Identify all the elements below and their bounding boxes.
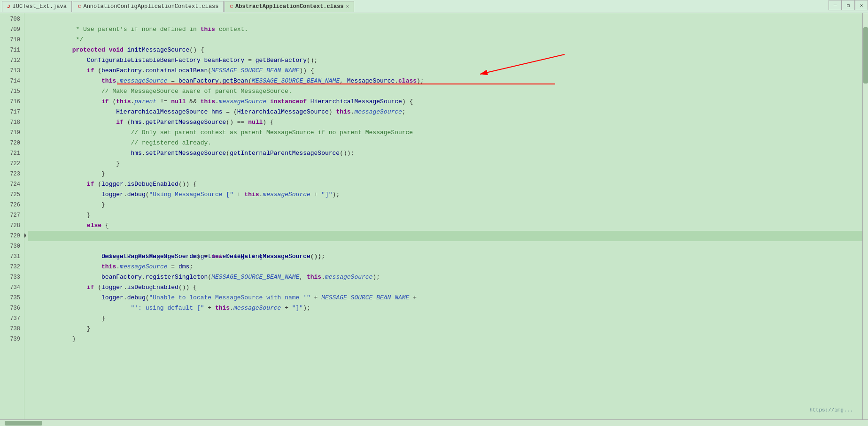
code-line-720: hms.setParentMessageSource(getInternalPa… (28, 138, 862, 148)
code-line-728: // Use empty MessageSource to be able to… (28, 221, 862, 231)
code-line-729: DelegatingMessageSource dms = new Delega… (28, 231, 862, 241)
line-num-731: 731 (0, 251, 20, 262)
code-line-714: // Make MessageSource aware of parent Me… (28, 76, 862, 86)
line-num-730: 730 (0, 241, 20, 251)
line-num-718: 718 (0, 117, 20, 128)
line-num-724: 724 (0, 179, 20, 190)
code-line-737: } (28, 313, 862, 324)
code-line-731: this.messageSource = dms; (28, 251, 862, 262)
code-line-727: else { (28, 210, 862, 221)
line-num-709: 709 (0, 24, 20, 35)
scrollbar-thumb-vertical[interactable] (863, 27, 868, 84)
line-num-716: 716 (0, 97, 20, 107)
code-line-733: if (logger.isDebugEnabled()) { (28, 272, 862, 282)
vertical-scrollbar[interactable] (862, 13, 868, 419)
code-line-724: logger.debug("Using MessageSource [" + t… (28, 179, 862, 190)
line-num-729: 729 (0, 231, 20, 241)
line-num-728: 728 (0, 221, 20, 231)
java-file-icon: J (7, 4, 10, 9)
line-num-713: 713 (0, 66, 20, 76)
code-line-739 (28, 334, 862, 344)
code-line-736: } (28, 303, 862, 313)
line-num-726: 726 (0, 200, 20, 210)
code-line-725: } (28, 190, 862, 200)
class-file-icon-1: C (78, 4, 81, 9)
code-line-719: // registered already. (28, 128, 862, 138)
editor-container: J IOCTest_Ext.java C AnnotationConfigApp… (0, 0, 868, 426)
code-line-708: * Use parent's if none defined in this c… (28, 14, 862, 24)
code-line-722: } (28, 159, 862, 169)
code-line-717: if (hms.getParentMessageSource() == null… (28, 107, 862, 117)
code-line-735: "': using default [" + this.messageSourc… (28, 293, 862, 303)
line-num-723: 723 (0, 169, 20, 179)
code-line-713: this.messageSource = beanFactory.getBean… (28, 66, 862, 76)
line-num-737: 737 (0, 313, 20, 324)
code-line-712: if (beanFactory.containsLocalBean(MESSAG… (28, 55, 862, 66)
line-num-719: 719 (0, 128, 20, 138)
code-line-709: */ (28, 24, 862, 35)
line-num-733: 733 (0, 272, 20, 282)
code-line-711: ConfigurableListableBeanFactory beanFact… (28, 45, 862, 55)
tab-bar: J IOCTest_Ext.java C AnnotationConfigApp… (0, 0, 868, 13)
code-line-738: } (28, 324, 862, 334)
code-line-718: // Only set parent context as parent Mes… (28, 117, 862, 128)
code-area[interactable]: * Use parent's if none defined in this c… (24, 13, 862, 419)
tab-close-button[interactable]: ✕ (346, 3, 349, 9)
line-num-710: 710 (0, 35, 20, 45)
scrollbar-thumb-horizontal[interactable] (5, 421, 42, 426)
line-num-714: 714 (0, 76, 20, 86)
url-hint: https://img... (810, 407, 853, 413)
line-num-720: 720 (0, 138, 20, 148)
breakpoint-indicator (24, 233, 26, 238)
tab-label-ioctest: IOCTest_Ext.java (13, 3, 67, 10)
code-line-730: dms.setParentMessageSource(getInternalPa… (28, 241, 862, 251)
code-line-721: } (28, 148, 862, 159)
line-num-725: 725 (0, 190, 20, 200)
line-num-736: 736 (0, 303, 20, 313)
minimize-button[interactable]: ─ (829, 0, 842, 10)
class-file-icon-2: C (230, 4, 233, 9)
code-line-723: if (logger.isDebugEnabled()) { (28, 169, 862, 179)
horizontal-scrollbar[interactable] (0, 419, 868, 426)
close-window-button[interactable]: ✕ (855, 0, 868, 10)
code-line-710: protected void initMessageSource() { (28, 35, 862, 45)
code-line-734: logger.debug("Unable to locate MessageSo… (28, 282, 862, 293)
restore-button[interactable]: ◻ (842, 0, 855, 10)
code-line-715: if (this.parent != null && this.messageS… (28, 86, 862, 97)
tab-label-abstract: AbstractApplicationContext.class (235, 3, 343, 10)
tab-ioctest[interactable]: J IOCTest_Ext.java (2, 1, 72, 12)
line-num-722: 722 (0, 159, 20, 169)
tab-annotation-config[interactable]: C AnnotationConfigApplicationContext.cla… (73, 1, 224, 12)
line-num-738: 738 (0, 324, 20, 334)
line-num-717: 717 (0, 107, 20, 117)
line-num-732: 732 (0, 262, 20, 272)
line-numbers: 708 709 710 711 712 713 714 715 716 717 … (0, 13, 24, 419)
code-line-716: HierarchicalMessageSource hms = (Hierarc… (28, 97, 862, 107)
line-num-711: 711 (0, 45, 20, 55)
code-line-732: beanFactory.registerSingleton(MESSAGE_SO… (28, 262, 862, 272)
line-num-715: 715 (0, 86, 20, 97)
editor-body: 708 709 710 711 712 713 714 715 716 717 … (0, 13, 868, 419)
tab-label-annotation: AnnotationConfigApplicationContext.class (83, 3, 218, 10)
line-num-739: 739 (0, 334, 20, 344)
tab-abstract-app[interactable]: C AbstractApplicationContext.class ✕ (225, 1, 354, 12)
line-num-727: 727 (0, 210, 20, 221)
line-num-712: 712 (0, 55, 20, 66)
line-num-708: 708 (0, 14, 20, 24)
code-line-726: } (28, 200, 862, 210)
line-num-734: 734 (0, 282, 20, 293)
line-num-735: 735 (0, 293, 20, 303)
line-num-721: 721 (0, 148, 20, 159)
